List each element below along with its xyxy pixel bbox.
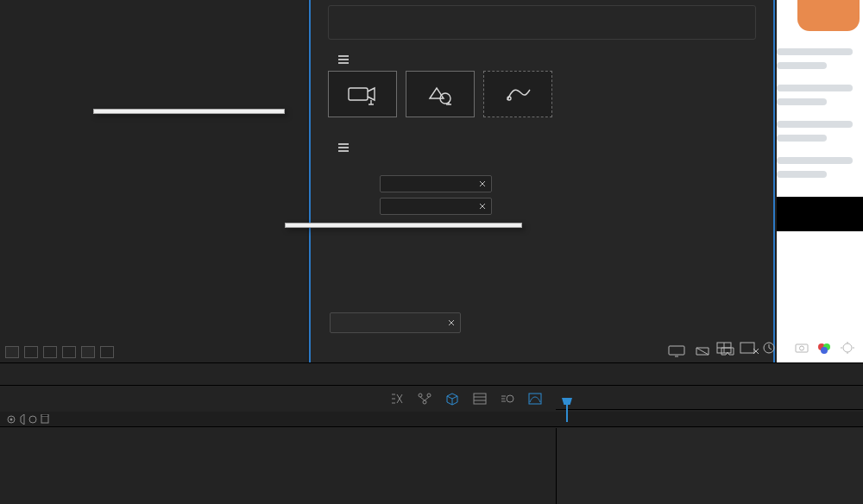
svg-point-17 [507, 395, 513, 402]
svg-point-11 [821, 347, 828, 354]
settings-btn[interactable] [24, 346, 38, 358]
layer-columns-header [0, 412, 863, 427]
viewer-status-icons [716, 342, 863, 354]
svg-point-15 [423, 400, 426, 404]
playhead[interactable] [566, 405, 568, 422]
svg-rect-0 [349, 88, 368, 100]
svg-rect-18 [529, 394, 541, 404]
preview-shape [777, 48, 853, 55]
preview-shape [777, 121, 853, 128]
interpret-icon[interactable] [5, 346, 19, 358]
preview-shape [777, 98, 827, 105]
time-ruler[interactable] [556, 387, 863, 410]
preview-shape [777, 85, 853, 91]
svg-point-2 [507, 97, 511, 100]
panel-menu-icon[interactable] [338, 143, 349, 152]
svg-point-12 [843, 343, 852, 352]
preview-shape [777, 62, 827, 69]
composition-flow-icon[interactable] [416, 391, 433, 406]
draft3d-icon[interactable] [444, 391, 461, 406]
easing-select[interactable] [380, 175, 492, 192]
project-panel-footer [0, 343, 307, 361]
svg-point-21 [29, 416, 36, 423]
svg-point-14 [427, 394, 431, 397]
exposure-icon[interactable] [841, 342, 856, 354]
graph-editor-icon[interactable] [526, 391, 544, 406]
boxcam-header [328, 55, 756, 64]
boxcam-settings-tool[interactable] [483, 71, 552, 117]
display-icon[interactable] [668, 345, 685, 357]
clock-icon[interactable] [763, 342, 778, 354]
color-depth-btn[interactable] [81, 346, 95, 358]
transparency-grid-icon[interactable] [716, 342, 732, 354]
channels-icon[interactable] [817, 342, 833, 354]
frame-blend-icon[interactable] [471, 391, 488, 406]
svg-point-20 [10, 418, 13, 420]
preview-letterbox [777, 197, 863, 231]
svg-rect-16 [474, 394, 486, 404]
svg-rect-7 [796, 344, 808, 352]
motion-blur-icon[interactable] [499, 391, 516, 406]
composition-preview [777, 0, 863, 362]
svg-point-8 [800, 346, 804, 350]
preview-shape [777, 135, 827, 142]
region-icon[interactable] [740, 342, 755, 354]
snapshot-icon[interactable] [794, 342, 809, 354]
interpret-footage-submenu [285, 223, 522, 228]
toggle-mask-icon[interactable] [694, 345, 711, 357]
project-context-menu [93, 109, 285, 114]
chevron-down-icon [479, 181, 486, 186]
project-panel [0, 0, 307, 362]
svg-rect-3 [669, 346, 684, 355]
viewer-footer [311, 345, 773, 357]
boxcam-null-tool[interactable] [406, 71, 475, 117]
timeline-track-area[interactable] [556, 428, 863, 504]
type-select[interactable] [380, 198, 492, 215]
new-folder-btn[interactable] [43, 346, 57, 358]
timeline-tool-icons [388, 391, 544, 406]
preview-shape [777, 171, 827, 178]
timeline-tabs [0, 363, 863, 386]
av-column-icons [5, 414, 57, 425]
chevron-down-icon [479, 204, 486, 209]
trash-btn[interactable] [100, 346, 114, 358]
render-queue-tab[interactable] [17, 363, 48, 386]
preview-shape [777, 157, 853, 164]
svg-rect-5 [740, 343, 754, 353]
svg-rect-22 [41, 416, 48, 423]
ease-header [328, 143, 756, 152]
resolution-select[interactable] [330, 312, 461, 333]
panel-box [328, 5, 756, 40]
chevron-down-icon [448, 320, 455, 325]
effects-side-panel [309, 0, 775, 362]
new-comp-btn[interactable] [62, 346, 76, 358]
panel-menu-icon[interactable] [338, 55, 349, 64]
preview-shape [797, 0, 860, 31]
timeline-panel [0, 362, 863, 504]
search-tree-icon[interactable] [388, 391, 406, 406]
boxcam-tools [328, 71, 756, 117]
svg-point-13 [419, 394, 422, 397]
boxcam-camera-tool[interactable] [328, 71, 397, 117]
